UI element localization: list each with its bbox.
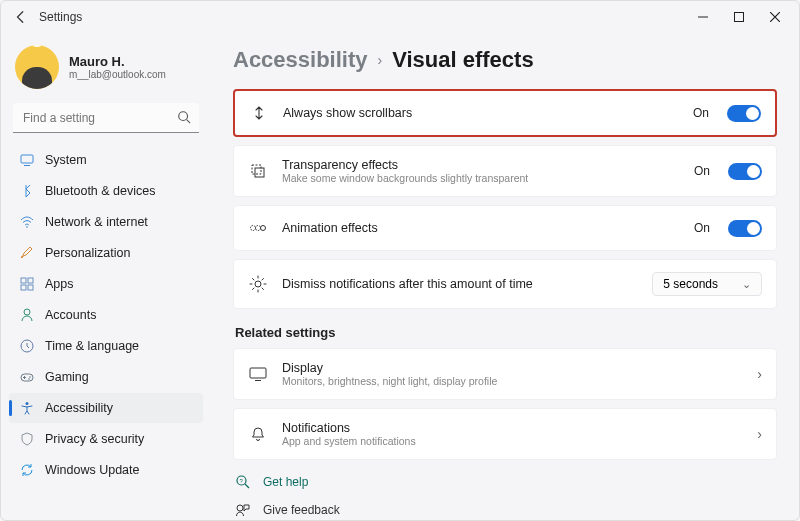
- nav-label: Apps: [45, 277, 74, 291]
- main-panel: Accessibility › Visual effects Always sh…: [211, 33, 799, 520]
- setting-sub: Make some window backgrounds slightly tr…: [282, 172, 680, 184]
- svg-rect-10: [28, 285, 33, 290]
- close-icon: [770, 12, 780, 22]
- setting-label: Animation effects: [282, 221, 680, 235]
- related-heading: Related settings: [235, 325, 777, 340]
- nav-item-accounts[interactable]: Accounts: [9, 300, 203, 330]
- setting-label: Display: [282, 361, 743, 375]
- setting-transparency[interactable]: Transparency effects Make some window ba…: [233, 145, 777, 197]
- nav-label: Bluetooth & devices: [45, 184, 156, 198]
- link-label: Get help: [263, 475, 308, 489]
- maximize-button[interactable]: [721, 3, 757, 31]
- transparency-toggle[interactable]: [728, 163, 762, 180]
- svg-line-30: [262, 288, 264, 290]
- scrollbar-icon: [249, 103, 269, 123]
- svg-point-2: [179, 112, 188, 121]
- setting-label: Notifications: [282, 421, 743, 435]
- accessibility-icon: [19, 400, 35, 416]
- breadcrumb: Accessibility › Visual effects: [233, 47, 777, 73]
- nav-label: Accounts: [45, 308, 96, 322]
- dismiss-select[interactable]: 5 seconds ⌄: [652, 272, 762, 296]
- setting-scrollbars[interactable]: Always show scrollbars On: [233, 89, 777, 137]
- maximize-icon: [734, 12, 744, 22]
- svg-rect-20: [255, 168, 264, 177]
- nav-item-time-language[interactable]: Time & language: [9, 331, 203, 361]
- display-icon: [248, 364, 268, 384]
- search-input[interactable]: [13, 103, 199, 133]
- svg-line-29: [253, 279, 255, 281]
- svg-rect-4: [21, 155, 33, 163]
- minimize-icon: [698, 12, 708, 22]
- setting-label: Dismiss notifications after this amount …: [282, 277, 638, 291]
- nav-list: SystemBluetooth & devicesNetwork & inter…: [9, 145, 203, 485]
- window-title: Settings: [39, 10, 82, 24]
- nav-label: Privacy & security: [45, 432, 144, 446]
- svg-rect-7: [21, 278, 26, 283]
- svg-rect-1: [735, 13, 744, 22]
- system-icon: [19, 152, 35, 168]
- close-button[interactable]: [757, 3, 793, 31]
- svg-rect-9: [21, 285, 26, 290]
- animation-toggle[interactable]: [728, 220, 762, 237]
- animation-icon: [248, 218, 268, 238]
- link-label: Give feedback: [263, 503, 340, 517]
- toggle-label: On: [694, 164, 710, 178]
- game-icon: [19, 369, 35, 385]
- svg-rect-8: [28, 278, 33, 283]
- nav-item-apps[interactable]: Apps: [9, 269, 203, 299]
- scrollbars-toggle[interactable]: [727, 105, 761, 122]
- svg-text:?: ?: [240, 478, 244, 484]
- svg-point-17: [28, 378, 30, 380]
- nav-item-accessibility[interactable]: Accessibility: [9, 393, 203, 423]
- search-box[interactable]: [13, 103, 199, 133]
- setting-sub: App and system notifications: [282, 435, 743, 447]
- wifi-icon: [19, 214, 35, 230]
- give-feedback-link[interactable]: Give feedback: [233, 496, 777, 520]
- related-notifications[interactable]: Notifications App and system notificatio…: [233, 408, 777, 460]
- setting-animation[interactable]: Animation effects On: [233, 205, 777, 251]
- svg-rect-19: [252, 165, 261, 174]
- profile-block[interactable]: Mauro H. m__lab@outlook.com: [9, 41, 203, 103]
- chevron-down-icon: ⌄: [742, 278, 751, 291]
- svg-rect-13: [21, 374, 33, 381]
- chevron-right-icon: ›: [378, 52, 383, 68]
- bluetooth-icon: [19, 183, 35, 199]
- back-button[interactable]: [7, 3, 35, 31]
- svg-line-36: [245, 484, 249, 488]
- nav-label: Network & internet: [45, 215, 148, 229]
- nav-item-personalization[interactable]: Personalization: [9, 238, 203, 268]
- svg-point-6: [26, 226, 28, 228]
- feedback-icon: [235, 502, 251, 518]
- get-help-link[interactable]: ? Get help: [233, 468, 777, 496]
- transparency-icon: [248, 161, 268, 181]
- related-display[interactable]: Display Monitors, brightness, night ligh…: [233, 348, 777, 400]
- nav-item-system[interactable]: System: [9, 145, 203, 175]
- svg-point-18: [26, 402, 29, 405]
- nav-label: Personalization: [45, 246, 130, 260]
- nav-item-network-internet[interactable]: Network & internet: [9, 207, 203, 237]
- apps-icon: [19, 276, 35, 292]
- svg-line-3: [187, 120, 191, 124]
- svg-point-38: [237, 505, 243, 511]
- brush-icon: [19, 245, 35, 261]
- svg-point-23: [261, 226, 266, 231]
- nav-item-gaming[interactable]: Gaming: [9, 362, 203, 392]
- nav-item-privacy-security[interactable]: Privacy & security: [9, 424, 203, 454]
- svg-point-21: [251, 226, 256, 231]
- nav-label: Time & language: [45, 339, 139, 353]
- arrow-left-icon: [14, 10, 28, 24]
- svg-line-31: [253, 288, 255, 290]
- clock-icon: [19, 338, 35, 354]
- setting-dismiss-notifications[interactable]: Dismiss notifications after this amount …: [233, 259, 777, 309]
- nav-item-windows-update[interactable]: Windows Update: [9, 455, 203, 485]
- brightness-icon: [248, 274, 268, 294]
- setting-label: Always show scrollbars: [283, 106, 679, 120]
- nav-label: Accessibility: [45, 401, 113, 415]
- nav-label: System: [45, 153, 87, 167]
- user-email: m__lab@outlook.com: [69, 69, 166, 80]
- setting-sub: Monitors, brightness, night light, displ…: [282, 375, 743, 387]
- breadcrumb-parent[interactable]: Accessibility: [233, 47, 368, 73]
- svg-rect-33: [250, 368, 266, 378]
- nav-item-bluetooth-devices[interactable]: Bluetooth & devices: [9, 176, 203, 206]
- minimize-button[interactable]: [685, 3, 721, 31]
